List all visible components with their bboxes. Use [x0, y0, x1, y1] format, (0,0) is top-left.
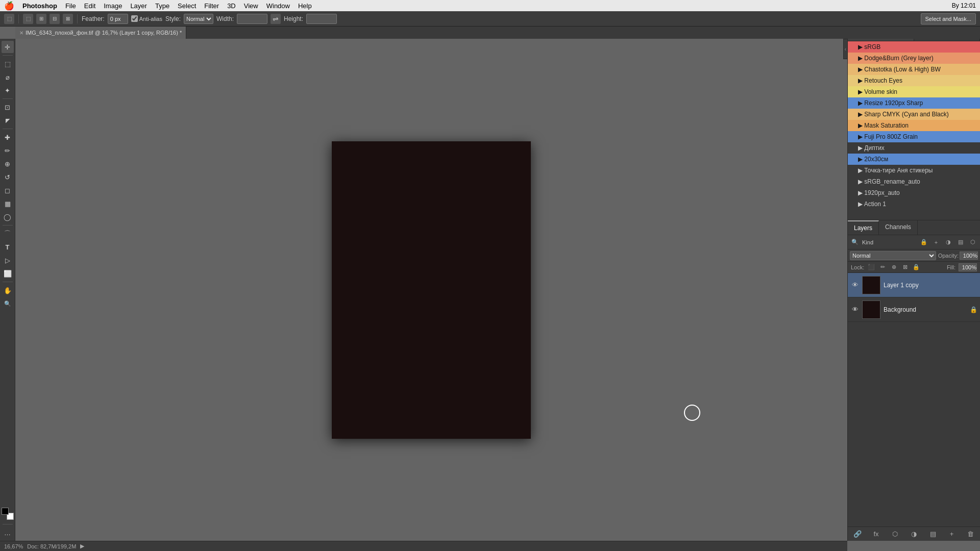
menu-layer[interactable]: Layer: [130, 2, 147, 10]
menu-file[interactable]: File: [65, 2, 76, 10]
tool-eyedropper[interactable]: ◤: [2, 114, 14, 127]
tool-sep-1: [3, 55, 13, 56]
action-item-chastotka[interactable]: ▶ Chastotka (Low & High) BW: [848, 64, 980, 75]
menu-photoshop[interactable]: Photoshop: [22, 2, 57, 10]
layers-panel: Layers Channels 🔍 Kind 🔒 + ◑ ▤ ⬡ Normal …: [848, 220, 980, 541]
add-mask-icon[interactable]: ⬡: [890, 529, 900, 539]
status-arrow-icon[interactable]: ▶: [80, 543, 84, 549]
lock-artboards-icon[interactable]: ⊕: [890, 263, 898, 271]
tool-move[interactable]: ✛: [2, 41, 14, 53]
link-layers-icon[interactable]: 🔗: [852, 529, 863, 539]
lock-all-icon[interactable]: 🔒: [912, 263, 920, 271]
tool-hand[interactable]: ✋: [2, 284, 14, 296]
menu-type[interactable]: Type: [155, 2, 169, 10]
background-visibility-icon[interactable]: 👁: [851, 306, 859, 314]
tool-rect-shape[interactable]: ⬜: [2, 267, 14, 280]
menu-select[interactable]: Select: [178, 2, 196, 10]
height-input[interactable]: [306, 14, 337, 24]
layer-new-icon[interactable]: +: [931, 237, 941, 247]
layers-list: 👁 Layer 1 copy 👁 Background 🔒: [848, 273, 980, 527]
layer-item-layer1copy[interactable]: 👁 Layer 1 copy: [848, 273, 980, 297]
lock-move-icon[interactable]: ⊠: [901, 263, 909, 271]
action-item-sharp-cmyk[interactable]: ▶ Sharp CMYK (Cyan and Black): [848, 109, 980, 120]
tool-gradient[interactable]: ▦: [2, 197, 14, 210]
tool-crop[interactable]: ⊡: [2, 101, 14, 113]
layer-adjustment-icon[interactable]: ◑: [943, 237, 953, 247]
action-item-1920px-auto[interactable]: ▶ 1920px_auto: [848, 187, 980, 198]
action-item-tocka-tire[interactable]: ▶ Точка-тире Аня стикеры: [848, 165, 980, 176]
action-item-mask-sat[interactable]: ▶ Mask Saturation: [848, 120, 980, 131]
action-item-srgb[interactable]: ▶ sRGB: [848, 41, 980, 53]
opt-new-selection[interactable]: ⬚: [23, 14, 33, 24]
filter-kind-label: Kind: [862, 239, 873, 245]
tool-path-select[interactable]: ▷: [2, 254, 14, 266]
action-item-diptich[interactable]: ▶ Диптих: [848, 142, 980, 154]
apple-menu[interactable]: 🍎: [4, 1, 14, 11]
select-and-mask-button[interactable]: Select and Mask...: [921, 13, 976, 24]
action-item-dodge-burn[interactable]: ▶ Dodge&Burn (Grey layer): [848, 53, 980, 64]
tool-extra[interactable]: …: [2, 527, 14, 539]
action-item-action1[interactable]: ▶ Action 1: [848, 198, 980, 210]
action-item-retouch-eyes[interactable]: ▶ Retouch Eyes: [848, 75, 980, 86]
delete-layer-icon[interactable]: 🗑: [966, 529, 976, 539]
action-item-volume-skin[interactable]: ▶ Volume skin: [848, 86, 980, 97]
tool-dodge[interactable]: ◯: [2, 211, 14, 223]
menu-filter[interactable]: Filter: [204, 2, 219, 10]
opt-subtract-selection[interactable]: ⊟: [50, 14, 60, 24]
filter-kind-icon[interactable]: 🔍: [850, 237, 860, 247]
tool-lasso[interactable]: ⌀: [2, 71, 14, 83]
width-input[interactable]: [237, 14, 267, 24]
history-actions-panel: History Actions ▶ sRGB▶ Dodge&Burn (Grey…: [848, 27, 980, 220]
tool-eraser[interactable]: ◻: [2, 184, 14, 196]
anti-alias-label: Anti-alias: [131, 15, 162, 22]
fill-input[interactable]: 100%: [959, 263, 977, 271]
blend-mode-select[interactable]: Normal: [850, 251, 936, 260]
anti-alias-checkbox[interactable]: [131, 15, 138, 22]
tool-magic-wand[interactable]: ✦: [2, 84, 14, 96]
tool-marquee[interactable]: ⬚: [2, 58, 14, 70]
menu-image[interactable]: Image: [104, 2, 122, 10]
tab-channels[interactable]: Channels: [879, 220, 918, 235]
style-select[interactable]: Normal: [184, 14, 213, 24]
document-tab[interactable]: ✕ IMG_6343_плохой_фон.tif @ 16,7% (Layer…: [15, 27, 186, 39]
layer-item-background[interactable]: 👁 Background 🔒: [848, 297, 980, 322]
tool-zoom[interactable]: 🔍: [2, 297, 14, 310]
color-swatches[interactable]: [2, 508, 14, 520]
new-fill-layer-icon[interactable]: ◑: [909, 529, 919, 539]
layer-group-icon[interactable]: ▤: [955, 237, 966, 247]
panel-collapse-handle[interactable]: ‹: [843, 39, 847, 59]
action-item-20x30[interactable]: ▶ 20х30см: [848, 154, 980, 165]
tool-pen[interactable]: ⌒: [2, 228, 14, 240]
new-group-icon[interactable]: ▤: [928, 529, 938, 539]
action-item-resize-1920[interactable]: ▶ Resize 1920px Sharp: [848, 97, 980, 109]
lock-pixels-icon[interactable]: ⬛: [867, 263, 875, 271]
action-item-fuji-pro[interactable]: ▶ Fuji Pro 800Z Grain: [848, 131, 980, 142]
tool-healing[interactable]: ✚: [2, 131, 14, 143]
swap-wh-icon[interactable]: ⇌: [271, 14, 281, 24]
layer1copy-visibility-icon[interactable]: 👁: [851, 281, 859, 289]
new-layer-icon[interactable]: +: [947, 529, 957, 539]
zoom-level: 16,67%: [4, 543, 23, 549]
action-item-srgb-rename[interactable]: ▶ sRGB_rename_auto: [848, 176, 980, 187]
opt-divider-2: [77, 14, 78, 23]
menu-window[interactable]: Window: [266, 2, 290, 10]
menu-view[interactable]: View: [244, 2, 258, 10]
tool-brush[interactable]: ✏: [2, 144, 14, 157]
tab-layers[interactable]: Layers: [848, 220, 879, 235]
lock-position-icon[interactable]: ✏: [878, 263, 887, 271]
opacity-input[interactable]: 100%: [960, 252, 978, 260]
tool-clone[interactable]: ⊕: [2, 158, 14, 170]
menu-3d[interactable]: 3D: [227, 2, 236, 10]
menu-edit[interactable]: Edit: [84, 2, 95, 10]
opt-add-selection[interactable]: ⊞: [36, 14, 46, 24]
menu-help[interactable]: Help: [298, 2, 312, 10]
tool-history-brush[interactable]: ↺: [2, 171, 14, 183]
tab-close-icon[interactable]: ✕: [19, 30, 23, 36]
tool-text[interactable]: T: [2, 241, 14, 253]
layer-lock-icon[interactable]: 🔒: [919, 237, 929, 247]
layer-mask-icon[interactable]: ⬡: [968, 237, 978, 247]
opt-intersect-selection[interactable]: ⊠: [63, 14, 73, 24]
feather-input[interactable]: [108, 14, 128, 24]
add-style-icon[interactable]: fx: [871, 529, 881, 539]
tab-filename: IMG_6343_плохой_фон.tif @ 16,7% (Layer 1…: [26, 30, 182, 36]
